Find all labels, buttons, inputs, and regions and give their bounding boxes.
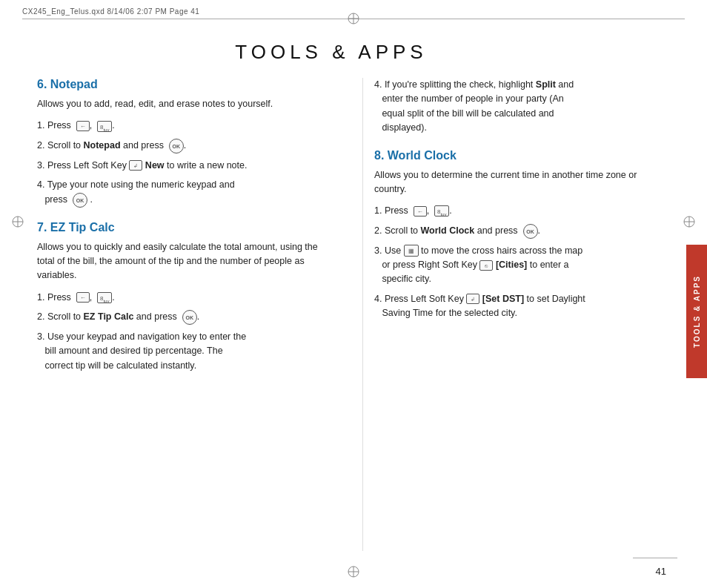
sidebar-tab: TOOLS & APPS [686,245,707,378]
menu-icon: ← [76,121,90,131]
section8-heading: 8. World Clock [374,149,666,162]
section6-intro: Allows you to add, read, edit, and erase… [37,97,329,111]
crosshair-top-icon [347,12,360,25]
8tuv-icon: 8tuv [97,121,112,132]
section8-intro: Allows you to determine the current time… [374,168,666,197]
list-item: 2. Scroll to Notepad and press OK. [37,139,329,153]
8tuv-icon3: 8tuv [434,205,449,217]
page-title: TOOLS & APPS [0,41,663,64]
ok-icon3: OK [182,310,197,325]
menu-icon3: ← [414,206,427,217]
list-item: 2. Scroll to World Clock and press OK. [374,224,666,239]
page-number: 41 [656,566,666,577]
menu-icon2: ← [76,292,90,303]
softkey-icon: ↲ [129,160,142,171]
ok-icon4: OK [523,224,538,239]
left-column: 6. Notepad Allows you to add, read, edit… [37,78,340,551]
crosshair-bottom-icon [347,565,360,581]
list-item: 4. Type your note using the numeric keyp… [37,178,329,207]
list-item: 1. Press ←, 8tuv. [37,291,329,305]
section4-continued-steps: 4. If you're splitting the check, highli… [374,78,666,136]
softkey-icon3: ↲ [466,294,479,304]
section7-steps: 1. Press ←, 8tuv. 2. Scroll to EZ Tip Ca… [37,291,329,374]
list-item: 3. Use your keypad and navigation key to… [37,330,329,373]
list-item: 3. Press Left Soft Key ↲ New to write a … [37,159,329,173]
softkey-icon2: ⎋ [479,260,493,271]
section6-heading: 6. Notepad [37,78,329,91]
doc-header: CX245_Eng_Telus.qxd 8/14/06 2:07 PM Page… [22,7,685,19]
doc-header-text: CX245_Eng_Telus.qxd 8/14/06 2:07 PM Page… [22,7,199,16]
list-item: 3. Use ▦ to move the cross hairs across … [374,244,666,287]
list-item: 2. Scroll to EZ Tip Calc and press OK. [37,310,329,325]
list-item: 1. Press ←, 8tuv. [374,204,666,218]
section8-steps: 1. Press ←, 8tuv. 2. Scroll to World Clo… [374,204,666,320]
section6-steps: 1. Press ←, 8tuv. 2. Scroll to Notepad a… [37,119,329,207]
section7-heading: 7. EZ Tip Calc [37,221,329,234]
crosshair-left-icon [11,215,24,231]
page-container: CX245_Eng_Telus.qxd 8/14/06 2:07 PM Page… [0,0,707,588]
list-item: 4. Press Left Soft Key ↲ [Set DST] to se… [374,292,666,321]
ok-icon: OK [169,139,184,153]
content-area: 6. Notepad Allows you to add, read, edit… [37,78,666,551]
list-item: 4. If you're splitting the check, highli… [374,78,666,136]
sidebar-tab-label: TOOLS & APPS [693,275,701,348]
crosshair-right-icon [683,215,696,231]
bottom-line [633,558,677,558]
nav-icon: ▦ [404,245,419,257]
ok-icon2: OK [73,193,87,208]
section7-intro: Allows you to quickly and easily calcula… [37,240,329,283]
right-column: 4. If you're splitting the check, highli… [362,78,666,551]
list-item: 1. Press ←, 8tuv. [37,119,329,133]
8tuv-icon2: 8tuv [97,292,112,303]
